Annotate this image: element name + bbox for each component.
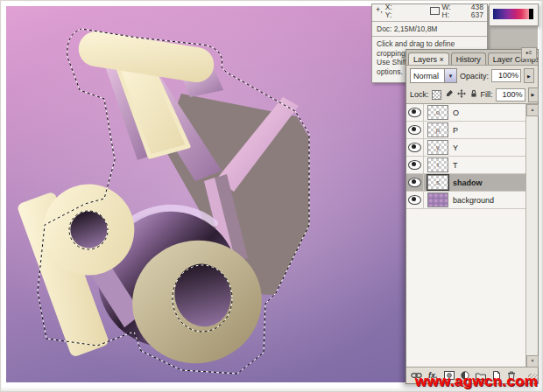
eye-icon xyxy=(408,143,421,152)
screenshot-frame: +, X: Y: W: H: 438 637 Doc: 2,15M/10,8M xyxy=(0,0,543,392)
blend-mode-value: Normal xyxy=(411,72,444,80)
panel-menu-button[interactable]: ▸≡ xyxy=(521,47,537,60)
layers-panel: Layers × History Layer Comps – × ▸≡ Norm… xyxy=(405,49,539,384)
h-value: 637 xyxy=(471,11,483,19)
layer-row-y[interactable]: y Y xyxy=(406,139,526,157)
fill-spinner[interactable]: ▶ xyxy=(528,88,539,102)
chevron-down-icon[interactable]: ▼ xyxy=(444,69,456,82)
lock-all-icon[interactable] xyxy=(469,89,478,100)
layer-row-p[interactable]: p P xyxy=(406,122,526,139)
opacity-input[interactable]: 100% xyxy=(491,69,521,82)
fill-input[interactable]: 100% xyxy=(496,88,525,102)
opacity-spinner[interactable]: ▶ xyxy=(524,68,534,83)
eye-icon xyxy=(408,195,421,205)
crosshair-icon: +, xyxy=(376,6,383,19)
layer-thumbnail[interactable]: o xyxy=(427,105,448,120)
layer-name: O xyxy=(453,108,459,117)
layer-name: T xyxy=(453,161,458,170)
eye-icon xyxy=(408,178,421,187)
fill-label: Fill: xyxy=(481,90,493,99)
lock-row: Lock: Fill: 100% ▶ xyxy=(406,86,538,103)
panel-tab-bar: Layers × History Layer Comps – × xyxy=(406,50,538,66)
lock-transparency-icon[interactable] xyxy=(432,90,441,100)
visibility-toggle[interactable] xyxy=(406,174,424,191)
tab-layers[interactable]: Layers × xyxy=(408,52,449,65)
layer-name: Y xyxy=(453,144,458,152)
layer-name: background xyxy=(453,196,494,205)
layers-scrollbar[interactable]: ▲ ▼ xyxy=(525,103,538,368)
visibility-toggle[interactable] xyxy=(406,104,424,121)
layer-thumbnail[interactable] xyxy=(427,192,448,207)
scroll-down-button[interactable]: ▼ xyxy=(526,355,539,368)
bounding-box-icon xyxy=(430,7,440,15)
tab-history[interactable]: History xyxy=(451,52,486,65)
eye-icon xyxy=(408,125,421,135)
lock-paint-icon[interactable] xyxy=(445,89,454,100)
layer-row-background[interactable]: background xyxy=(406,192,526,209)
opacity-label: Opacity: xyxy=(460,72,489,80)
layer-list: o O p P y Y t T s shadow xyxy=(406,103,526,368)
layer-name: P xyxy=(453,126,458,135)
lock-label: Lock: xyxy=(410,90,429,99)
eye-icon xyxy=(408,160,421,170)
scroll-up-button[interactable]: ▲ xyxy=(526,104,539,116)
y-label: Y: xyxy=(385,11,392,19)
watermark-text: www.agwcn.com xyxy=(415,373,538,390)
gradient-end-swatch xyxy=(529,9,533,19)
layer-row-shadow[interactable]: s shadow xyxy=(406,174,526,192)
gradient-preview[interactable] xyxy=(493,9,533,19)
lock-move-icon[interactable] xyxy=(457,89,466,100)
visibility-toggle[interactable] xyxy=(406,122,424,138)
layer-row-o[interactable]: o O xyxy=(406,104,526,122)
doc-size-text: Doc: 2,15M/10,8M xyxy=(372,22,487,37)
blend-mode-dropdown[interactable]: Normal ▼ xyxy=(410,68,457,83)
layer-thumbnail[interactable]: y xyxy=(427,140,448,155)
layer-row-t[interactable]: t T xyxy=(406,157,526,174)
layer-thumbnail[interactable]: s xyxy=(427,175,448,190)
info-coords-row: +, X: Y: W: H: 438 637 xyxy=(372,4,487,22)
visibility-toggle[interactable] xyxy=(406,139,424,156)
layer-name: shadow xyxy=(453,178,483,187)
gradient-swatch-card xyxy=(489,4,539,26)
layer-thumbnail[interactable]: t xyxy=(427,158,448,172)
layer-thumbnail[interactable]: p xyxy=(427,122,448,137)
blend-mode-row: ▸≡ Normal ▼ Opacity: 100% ▶ xyxy=(406,66,538,86)
visibility-toggle[interactable] xyxy=(406,157,424,173)
visibility-toggle[interactable] xyxy=(406,192,424,208)
h-label: H: xyxy=(442,11,451,19)
eye-icon xyxy=(408,108,421,117)
